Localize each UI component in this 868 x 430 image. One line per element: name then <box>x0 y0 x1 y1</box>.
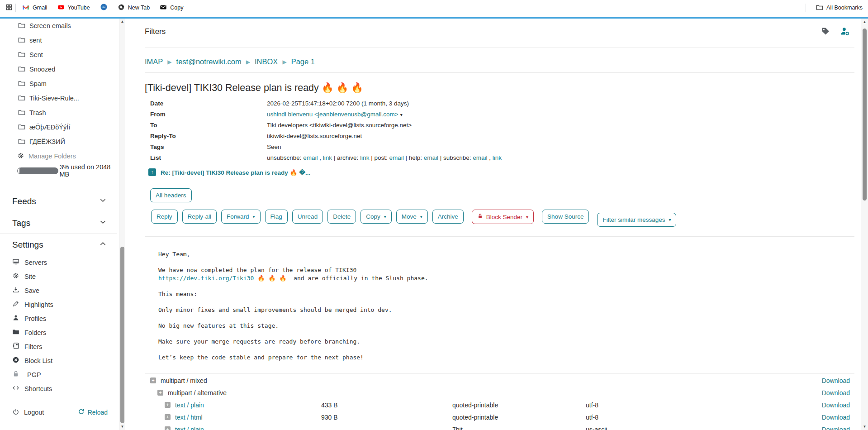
scroll-up-icon[interactable]: ▲ <box>119 19 125 25</box>
scroll-up-icon[interactable]: ▲ <box>861 19 868 25</box>
settings-item-block-list[interactable]: Block List <box>0 354 117 368</box>
sidebar-folder-sent[interactable]: Sent <box>0 48 117 62</box>
breadcrumb-page[interactable]: Page 1 <box>291 57 315 66</box>
sidebar-folder-snoozed[interactable]: Snoozed <box>0 62 117 76</box>
main-scrollbar-thumb[interactable] <box>863 29 867 201</box>
show-source-button[interactable]: Show Source <box>542 210 589 224</box>
sidebar-folder-cyrillic[interactable]: ГДЕЁЖЗИЙ <box>0 134 117 149</box>
settings-item-highlights[interactable]: Highlights <box>0 297 117 311</box>
settings-item-folders[interactable]: Folders <box>0 325 117 339</box>
expand-icon[interactable]: + <box>157 390 163 396</box>
bookmark-youtube[interactable]: YouTube <box>57 4 90 12</box>
reply-button[interactable]: Reply <box>151 210 178 224</box>
download-link[interactable]: Download <box>822 389 850 397</box>
sidebar-folder-sent-lower[interactable]: sent <box>0 33 117 48</box>
settings-item-servers[interactable]: Servers <box>0 255 117 269</box>
sidebar-folder-trash[interactable]: Trash <box>0 105 117 120</box>
breadcrumb-account[interactable]: test@notrewiki.com <box>176 57 242 66</box>
mime-part-link[interactable]: text / plain <box>175 401 204 409</box>
list-post-email-link[interactable]: email <box>389 154 403 161</box>
settings-item-pgp[interactable]: PGP <box>0 368 117 382</box>
filter-similar-button[interactable]: Filter similar messages▾ <box>597 213 676 227</box>
expand-icon[interactable]: + <box>150 377 156 383</box>
settings-item-shortcuts[interactable]: Shortcuts <box>0 382 117 396</box>
folder-icon <box>18 123 25 132</box>
copy-button[interactable]: Copy▾ <box>360 210 392 224</box>
download-link[interactable]: Download <box>822 401 850 409</box>
person-add-icon[interactable] <box>840 26 850 38</box>
bookmarks-bar: Gmail YouTube New Tab Copy All Bookmarks <box>0 0 868 15</box>
sidebar-section-feeds[interactable]: Feeds <box>0 191 117 212</box>
folder-icon <box>18 36 25 45</box>
sidebar-folder-latin[interactable]: æÖþÆÐõÝýÍí <box>0 120 117 134</box>
main-header: Filters <box>145 25 854 43</box>
logout-button[interactable]: Logout <box>12 408 44 417</box>
expand-icon[interactable]: + <box>165 426 171 430</box>
bookmark-copy[interactable]: Copy <box>160 4 183 12</box>
list-help-email-link[interactable]: email <box>424 154 438 161</box>
bookmark-tiki[interactable] <box>100 3 108 12</box>
download-link[interactable]: Download <box>822 414 850 421</box>
settings-item-site[interactable]: Site <box>0 269 117 283</box>
bookmark-new-tab[interactable]: New Tab <box>118 4 150 12</box>
sidebar: Screen emails sent Sent Snoozed Spam Tik… <box>0 19 117 430</box>
all-headers-button[interactable]: All headers <box>150 188 192 202</box>
mime-part-link[interactable]: text / plain <box>175 426 204 430</box>
mime-part-link[interactable]: text / html <box>175 414 203 421</box>
breadcrumb-imap[interactable]: IMAP <box>145 57 163 66</box>
expand-icon[interactable]: + <box>165 414 171 420</box>
expand-icon[interactable]: + <box>165 402 171 408</box>
list-subscribe-link[interactable]: link <box>493 154 502 161</box>
all-bookmarks-button[interactable]: All Bookmarks <box>816 4 863 12</box>
scroll-down-icon[interactable]: ▼ <box>119 424 125 430</box>
divider <box>145 48 854 48</box>
caret-down-icon: ▾ <box>384 214 386 219</box>
settings-item-profiles[interactable]: Profiles <box>0 311 117 325</box>
reply-all-button[interactable]: Reply-all <box>182 210 217 224</box>
tag-icon[interactable] <box>821 27 830 38</box>
sidebar-section-settings[interactable]: Settings <box>0 234 117 255</box>
archive-button[interactable]: Archive <box>432 210 464 224</box>
sidebar-scrollbar[interactable]: ▲ ▼ <box>119 19 125 430</box>
list-unsubscribe-email-link[interactable]: email <box>303 154 318 161</box>
sidebar-section-tags[interactable]: Tags <box>0 212 117 234</box>
sidebar-folder-spam[interactable]: Spam <box>0 76 117 91</box>
chevron-down-icon <box>99 218 107 228</box>
list-subscribe-email-link[interactable]: email <box>473 154 487 161</box>
journal-icon <box>12 342 19 351</box>
person-icon <box>12 314 19 323</box>
body-line: 🔥 🔥 🔥 and are officially in the Slush ph… <box>254 275 428 282</box>
list-archive-link[interactable]: link <box>360 154 369 161</box>
breadcrumb-inbox[interactable]: INBOX <box>255 57 278 66</box>
settings-item-save[interactable]: Save <box>0 283 117 297</box>
sidebar-scrollbar-thumb[interactable] <box>120 247 124 423</box>
code-icon <box>12 384 19 393</box>
bookmark-label: Copy <box>170 5 183 11</box>
from-address-link[interactable]: ushindi bienvenu <jeanbienvenusb@gmail.c… <box>267 111 398 118</box>
apps-grid-icon[interactable] <box>5 4 13 12</box>
list-unsubscribe-link[interactable]: link <box>323 154 332 161</box>
move-label: Move <box>402 213 417 220</box>
move-button[interactable]: Move▾ <box>396 210 428 224</box>
caret-down-icon: ▾ <box>669 217 671 222</box>
message-headers: Date 2026-02-25T15:47:18+02:00 7200 (1 m… <box>150 100 854 161</box>
manage-folders-link[interactable]: Manage Folders <box>0 149 117 163</box>
sidebar-folder-tiki-sieve[interactable]: Tiki-Sieve-Rule... <box>0 91 117 105</box>
flag-button[interactable]: Flag <box>265 210 288 224</box>
main-scrollbar[interactable]: ▲ ▼ <box>861 19 868 430</box>
bookmark-gmail[interactable]: Gmail <box>22 4 47 12</box>
unread-button[interactable]: Unread <box>292 210 323 224</box>
body-url-link[interactable]: https://dev.tiki.org/Tiki30 <box>158 275 254 282</box>
forward-button[interactable]: Forward▾ <box>221 210 261 224</box>
header-value: Tiki developers <tikiwiki-devel@lists.so… <box>267 122 412 129</box>
sidebar-folder-screen-emails[interactable]: Screen emails <box>0 19 117 33</box>
delete-button[interactable]: Delete <box>327 210 356 224</box>
download-link[interactable]: Download <box>822 426 850 430</box>
download-link[interactable]: Download <box>822 377 850 384</box>
related-message-link[interactable]: ↑ Re: [Tiki-devel] TIKI30 Release plan i… <box>148 168 854 176</box>
reload-button[interactable]: Reload <box>78 408 108 416</box>
caret-down-icon[interactable]: ▾ <box>400 112 403 117</box>
settings-item-filters[interactable]: Filters <box>0 339 117 354</box>
scroll-down-icon[interactable]: ▼ <box>861 423 868 430</box>
block-sender-button[interactable]: Block Sender▾ <box>472 210 534 224</box>
